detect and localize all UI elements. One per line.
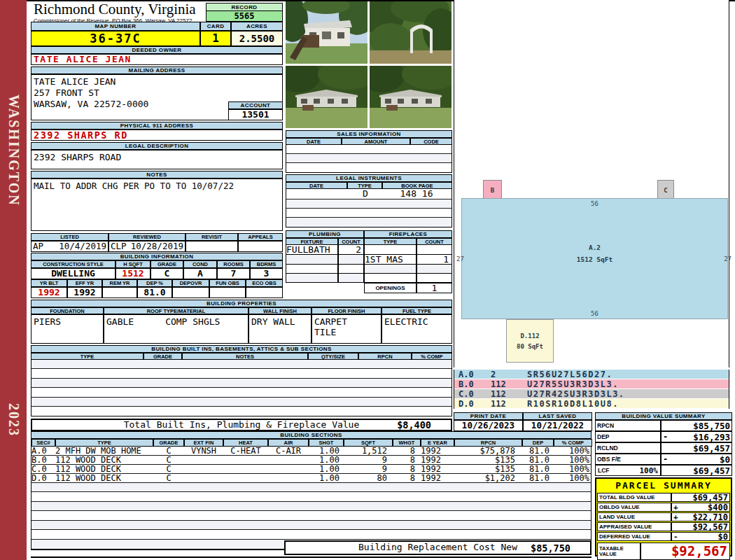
fireplace-count-empty [416,274,452,283]
dim-top: 56 [591,200,598,207]
record-label: RECORD [206,3,283,11]
eyear: 1992 [421,474,454,482]
acres-value: 2.5500 [231,31,283,46]
bvs-label: RCLND [595,442,661,454]
shgt: 1.00 [309,447,344,455]
legal-instruments-label: LEGAL INSTRUMENTS [286,174,452,182]
eyear: 1992 [421,447,454,455]
building-information-label: BUILDING INFORMATION [31,253,283,260]
bvs-row-dep: DEP - $16,293 [595,431,732,442]
account-box: ACCOUNT 13501 [228,102,283,120]
col-rpcn: RPCN [454,439,522,447]
sales-code-label: CODE [410,138,452,145]
print-info: PRINT DATE LAST SAVED 10/26/2023 10/21/2… [454,412,592,431]
fireplace-count-label: COUNT [416,238,452,245]
building-properties-label: BUILDING PROPERTIES [31,300,452,307]
bvs-label: LCF [598,467,610,474]
ps-value: $22,710 [682,512,728,522]
sales-information-label: SALES INFORMATION [286,130,452,138]
map-card-acres: MAP NUMBER CARD ACRES 36-37C 1 2.5500 [31,22,283,46]
grade: C [153,456,184,464]
builtin-qty-label: QTY/SIZE [308,353,358,360]
sketch-code-row-b: B.0 112 U27R5SU3R3D3L3. [454,379,729,389]
dep: 81.0 [522,474,554,482]
code-sec: C.0 [458,389,491,399]
comp: 100% [554,474,592,482]
ps-row-total-bldg: TOTAL BLDG VALUE $69,457 [597,493,730,502]
eyear: 1992 [421,465,454,473]
grade: C [153,474,184,482]
grade: C [153,447,184,455]
sec: D.0 [31,474,55,482]
dep: 81.0 [522,456,554,464]
bdrms-label: BDRMS [250,260,283,268]
ps-row-obldg: OBLDG VALUE + $400 [597,503,730,512]
bvs-value: $85,750 [674,421,730,431]
heat [223,456,268,464]
effyr-label: EFF YR [67,279,102,287]
revisit-label: REVISIT [186,233,238,241]
mailing-line-2: 257 FRONT ST [34,88,280,99]
air [268,456,309,464]
fuel-type-value: ELECTRIC [382,314,452,344]
account-number: 13501 [228,109,283,120]
bvs-value: $69,457 [674,465,730,476]
rooms-label: ROOMS [217,260,250,268]
fireplace-count-value: 1 [416,255,452,265]
bvs-sign: - [663,432,674,442]
funobs-label: FUN OBS [209,279,246,287]
type: 112 WOOD DECK [55,474,153,482]
bvs-value: $69,457 [674,443,730,454]
grade-label: GRADE [150,260,183,268]
sales-amount-label: AMOUNT [342,138,410,145]
sketch-area-b: B [483,180,502,200]
col-heat: HEAT [223,439,268,447]
sqft: 9 [344,465,393,473]
col-shgt: SHGT [309,439,344,447]
bvs-row-rclnd: RCLND $69,457 [595,442,732,454]
ps-sign: + [673,512,682,522]
wall-finish-value: DRY WALL [248,314,312,344]
physical-address-label: PHYSICAL 911 ADDRESS [31,122,283,130]
yrblt-value: 1992 [31,287,67,298]
code-vector: R10SR10D8L10U8. [527,399,729,409]
deeded-owner-name: TATE ALICE JEAN [31,54,283,65]
instrument-row: D 148 16 [286,189,451,200]
ext-fin: VYNSH [184,447,223,455]
builtin-rpcn-label: RPCN [358,353,412,360]
col-extfin: EXT FIN [184,439,223,447]
state-label: WASHINGTON [0,98,27,203]
col-grade: GRADE [153,439,184,447]
print-date-value: 10/26/2023 [454,420,523,431]
legal-description-text: 2392 SHARPS ROAD [31,150,283,169]
property-photo-rear-2 [370,66,451,128]
sketch-area-c: C [657,180,674,200]
last-saved-label: LAST SAVED [523,412,592,420]
replacement-cost-value: $85,750 [531,542,570,554]
bvs-row-obs: OBS F/E - $0 [595,454,732,465]
code-type: 112 [491,389,527,399]
section-empty-row [31,502,591,511]
property-photo-carport [370,1,451,64]
col-comp: % COMP [554,439,592,447]
shgt: 1.00 [309,456,344,464]
plumbing-label: PLUMBING [286,230,364,238]
owner-name-text: TATE ALICE JEAN [34,54,132,64]
listed-value: AP 10/4/2019 [31,241,108,252]
code-vector: SR56U27L56D27. [527,370,729,379]
sqft: 1,512 [344,447,393,455]
funobs-value [209,287,246,298]
air: C-AIR [268,447,309,455]
builtin-empty-row [31,369,451,379]
shgt: 1.00 [309,474,344,482]
fixture-count-empty [338,274,364,283]
last-saved-value: 10/21/2022 [523,420,592,431]
dep-pct-value: 81.0 [137,287,172,298]
code-type: 112 [491,379,527,389]
col-dep: DEP [522,439,554,447]
bvs-value: $0 [674,454,730,465]
sales-date-label: DATE [286,138,342,145]
county-title: Richmond County, Virginia [34,2,206,17]
fixture-count-empty [338,265,364,274]
building-properties: BUILDING PROPERTIES FOUNDATION ROOF TYPE… [31,300,452,344]
